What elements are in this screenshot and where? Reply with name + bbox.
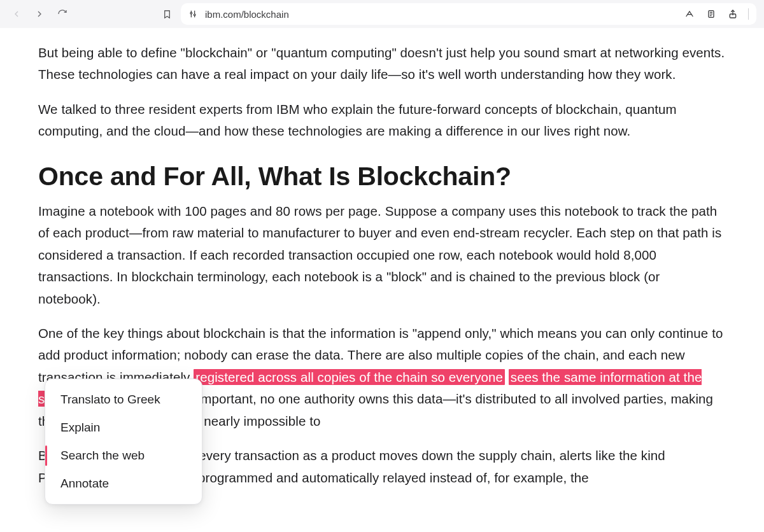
- site-settings-icon[interactable]: [187, 8, 199, 20]
- context-menu-item-search[interactable]: Search the web: [45, 442, 202, 470]
- back-button[interactable]: [8, 5, 25, 23]
- context-menu-item-annotate[interactable]: Annotate: [45, 470, 202, 498]
- context-menu-item-explain[interactable]: Explain: [45, 414, 202, 442]
- paragraph: Imagine a notebook with 100 pages and 80…: [38, 200, 726, 310]
- text-run: [505, 370, 509, 384]
- address-url: ibm.com/blockchain: [205, 9, 674, 20]
- context-menu-item-label: Annotate: [60, 477, 109, 490]
- context-menu-item-label: Explain: [60, 421, 100, 434]
- forward-button[interactable]: [31, 5, 48, 23]
- svg-point-0: [190, 12, 192, 14]
- context-menu-item-label: Translato to Greek: [60, 393, 160, 406]
- page-content: But being able to define "blockchain" or…: [0, 28, 764, 532]
- paragraph: But being able to define "blockchain" or…: [38, 42, 726, 86]
- reload-button[interactable]: [53, 5, 71, 23]
- share-icon[interactable]: [724, 5, 742, 23]
- toolbar-divider: [748, 8, 749, 20]
- section-heading: Once and For All, What Is Blockchain?: [38, 162, 726, 192]
- context-menu: Translato to Greek Explain Search the we…: [45, 379, 202, 505]
- extensions-icon[interactable]: [681, 5, 698, 23]
- selected-text[interactable]: registered across all copies of the chai…: [194, 369, 505, 385]
- context-menu-item-label: Search the web: [60, 449, 145, 462]
- address-bar[interactable]: ibm.com/blockchain: [181, 3, 756, 25]
- context-menu-item-translate[interactable]: Translato to Greek: [45, 386, 202, 414]
- bookmark-button[interactable]: [158, 5, 176, 23]
- reader-icon[interactable]: [702, 5, 720, 23]
- paragraph: We talked to three resident experts from…: [38, 99, 726, 143]
- svg-point-3: [194, 14, 195, 16]
- browser-toolbar: ibm.com/blockchain: [0, 0, 764, 28]
